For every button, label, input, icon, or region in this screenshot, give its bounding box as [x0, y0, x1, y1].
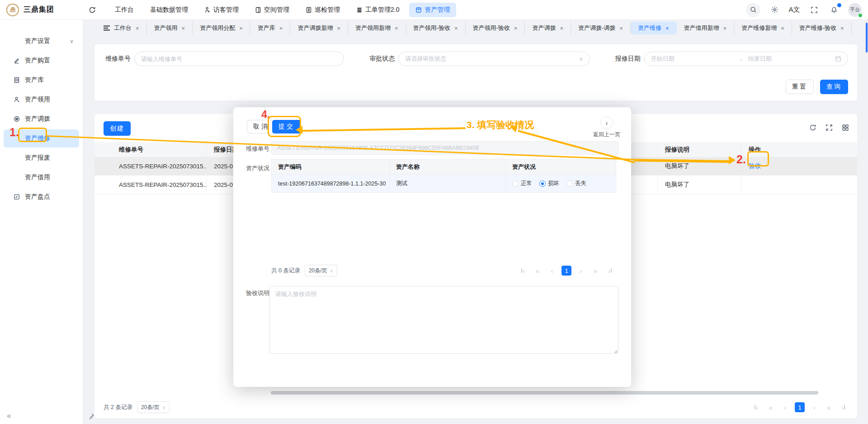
first-page-icon[interactable]: ‹ [751, 402, 761, 412]
tab-asset-borrow-new[interactable]: 资产借用新增× [677, 22, 735, 34]
tab-close-icon[interactable]: × [182, 25, 185, 32]
radio-lost[interactable]: 丢失 [566, 180, 586, 187]
reset-button[interactable]: 重置 [786, 80, 814, 94]
pagination: ‹ « ‹ 1 › » › [751, 402, 848, 412]
sidebar-item-label: 资产库 [25, 76, 44, 84]
page-scrollbar[interactable] [866, 23, 868, 52]
submit-button[interactable]: 提交 [272, 120, 301, 133]
current-page[interactable]: 1 [795, 402, 805, 412]
fullscreen-icon[interactable] [808, 4, 820, 16]
tab-label: 资产维修新增 [741, 24, 777, 32]
menu-item-workorder[interactable]: 工单管理2.0 [350, 3, 406, 17]
tab-asset-transfer[interactable]: 资产调拨× [525, 22, 571, 34]
menu-item-inspection[interactable]: 巡检管理 [299, 3, 346, 17]
query-button[interactable]: 查询 [820, 80, 848, 94]
tab-asset-claim-assign[interactable]: 资产领用分配× [193, 22, 250, 34]
bell-icon[interactable] [828, 4, 840, 16]
tab-asset-claim-new[interactable]: 资产领用新增× [348, 22, 406, 34]
menu-item-base-data[interactable]: 基础数据管理 [144, 3, 194, 17]
create-button[interactable]: 创建 [104, 121, 131, 136]
modal-pagination: ‹ « ‹ 1 › » › [518, 266, 615, 276]
tab-asset-claim-accept-2[interactable]: 资产领用-验收× [466, 22, 525, 34]
tab-close-icon[interactable]: × [619, 25, 623, 32]
col-asset-name: 资产名称 [390, 160, 506, 175]
sidebar-item-label: 资产调拨 [25, 115, 50, 123]
first-page-icon[interactable]: ‹ [518, 266, 528, 276]
tab-asset-repair[interactable]: 资产维修× [631, 22, 677, 34]
refresh-icon[interactable] [809, 124, 816, 131]
search-icon[interactable] [746, 3, 760, 17]
report-date-range-picker[interactable]: 开始日期 → 结束日期 [644, 52, 848, 66]
radio-damaged[interactable]: 损坏 [539, 180, 559, 187]
sidebar-item-asset-scrap[interactable]: 资产报废 [4, 149, 79, 167]
sidebar-item-asset-claim[interactable]: 资产领用 [4, 91, 79, 109]
radio-normal[interactable]: 正常 [512, 180, 532, 187]
back-icon[interactable]: ‹ [600, 116, 613, 129]
tab-asset-claim-accept-1[interactable]: 资产领用-验收× [406, 22, 466, 34]
sidebar-item-asset-borrow[interactable]: 资产借用 [4, 168, 79, 186]
tab-close-icon[interactable]: × [454, 25, 458, 32]
tab-asset-repair-accept[interactable]: 资产维修-验收× [792, 22, 852, 34]
visitor-icon [204, 7, 211, 13]
tab-close-icon[interactable]: × [840, 25, 844, 32]
column-settings-icon[interactable] [842, 124, 849, 131]
gear-icon[interactable] [769, 4, 780, 16]
avatar[interactable]: 平台 [848, 3, 862, 17]
repair-no-input[interactable] [134, 52, 344, 66]
next-5-pages-icon[interactable]: » [590, 266, 600, 276]
tab-close-icon[interactable]: × [665, 25, 669, 32]
tab-asset-transfer-transfer[interactable]: 资产调拨-调拨× [571, 22, 631, 34]
last-page-icon[interactable]: › [605, 266, 615, 276]
sidebar-item-asset-settings[interactable]: 资产设置 ∨ [4, 32, 79, 50]
menu-item-assets[interactable]: 资产管理 [409, 3, 456, 17]
tab-workbench[interactable]: 工作台 × [96, 22, 147, 34]
checklist-icon [14, 194, 21, 200]
tab-close-icon[interactable]: × [337, 25, 340, 32]
prev-page-icon[interactable]: ‹ [780, 402, 790, 412]
next-5-pages-icon[interactable]: » [824, 402, 834, 412]
tab-close-icon[interactable]: × [560, 25, 563, 32]
approval-status-select[interactable]: 请选择审批状态 ∨ [398, 52, 590, 66]
translate-icon[interactable]: A文 [788, 4, 800, 16]
next-page-icon[interactable]: › [809, 402, 819, 412]
sidebar-item-asset-purchase[interactable]: 资产购置 [4, 52, 79, 70]
acceptance-note-textarea[interactable] [269, 286, 618, 354]
menu-item-visitor[interactable]: 访客管理 [198, 3, 245, 17]
last-page-icon[interactable]: › [838, 402, 848, 412]
tab-close-icon[interactable]: × [514, 25, 518, 32]
page-size-select[interactable]: 20条/页 ∨ [137, 401, 170, 413]
next-page-icon[interactable]: › [576, 266, 586, 276]
tab-close-icon[interactable]: × [781, 25, 784, 32]
prev-5-pages-icon[interactable]: « [533, 266, 542, 276]
sidebar-item-asset-inventory[interactable]: 资产盘点 [4, 188, 79, 206]
tab-asset-claim[interactable]: 资产领用× [147, 22, 193, 34]
tab-close-icon[interactable]: × [239, 25, 243, 32]
current-page[interactable]: 1 [561, 266, 571, 276]
sidebar-collapse-icon[interactable]: « [4, 410, 14, 421]
table-horizontal-scrollbar[interactable] [271, 391, 818, 395]
tab-asset-repair-new[interactable]: 资产维修新增× [734, 22, 792, 34]
resize-handle-icon[interactable]: ◢ [614, 349, 617, 353]
menu-item-workbench[interactable]: 工作台 [108, 3, 140, 17]
menu-item-space[interactable]: 空间管理 [249, 3, 296, 17]
modal-page-size-select[interactable]: 20条/页 ∨ [305, 265, 337, 276]
tab-close-icon[interactable]: × [395, 25, 398, 32]
fullscreen-table-icon[interactable] [826, 124, 833, 131]
col-description: 报修说明 [658, 142, 741, 157]
cancel-button[interactable]: 取消 [247, 120, 276, 133]
prev-5-pages-icon[interactable]: « [766, 402, 776, 412]
tab-close-icon[interactable]: × [136, 25, 139, 32]
menu-label: 资产管理 [425, 6, 450, 14]
tab-asset-library[interactable]: 资产库× [250, 22, 291, 34]
tab-close-icon[interactable]: × [279, 25, 283, 32]
pin-icon[interactable] [86, 411, 96, 421]
accept-link[interactable]: 验收 [749, 162, 761, 170]
tab-close-icon[interactable]: × [723, 25, 727, 32]
sidebar-item-asset-repair[interactable]: 资产维修 [4, 129, 79, 148]
sidebar-item-asset-library[interactable]: 资产库 [4, 71, 79, 89]
reload-icon[interactable] [86, 4, 99, 16]
tab-asset-transfer-new[interactable]: 资产调拨新增× [290, 22, 348, 34]
tabbar: 工作台 × 资产领用× 资产领用分配× 资产库× 资产调拨新增× 资产领用新增×… [84, 20, 868, 36]
sidebar-item-asset-transfer[interactable]: 资产调拨 [4, 110, 79, 128]
prev-page-icon[interactable]: ‹ [547, 266, 557, 276]
